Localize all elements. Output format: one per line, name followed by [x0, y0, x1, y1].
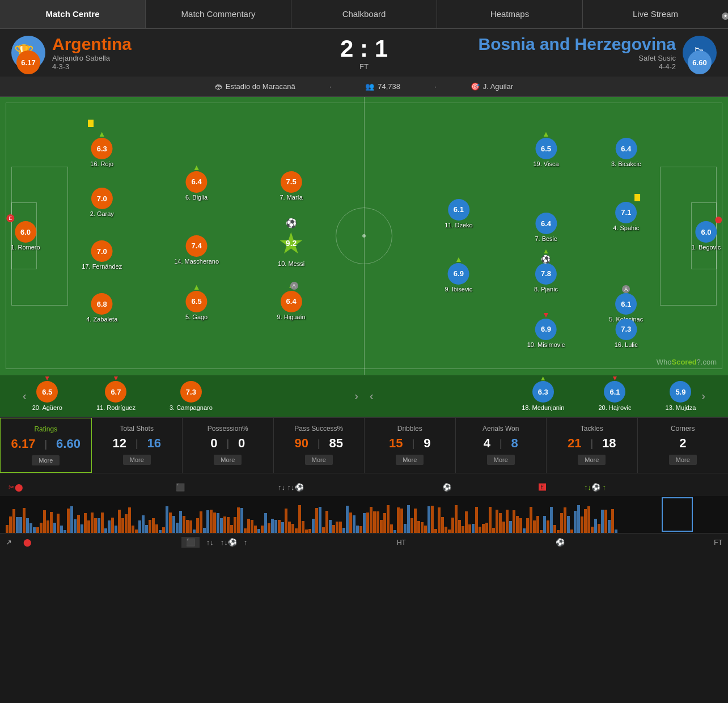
match-header: 🏆 ★★ 6.17 Argentina Alejandro Sabella 4-…	[0, 29, 728, 77]
stat-aerials-won: Aerials Won 4 | 8 More	[456, 418, 547, 473]
player-mascherano: 7.4 14. Mascherano	[174, 235, 219, 265]
poss-left: 0	[210, 436, 217, 451]
pjanic-ball: ⚽	[541, 255, 551, 264]
player-rojo: ▲ 6.3 16. Rojo	[90, 138, 113, 167]
team-left-info: Argentina Alejandro Sabella 4-3-3	[52, 35, 132, 71]
player-spahic: 7.1 4. Spahic	[613, 202, 639, 231]
dribbles-more-button[interactable]: More	[396, 455, 424, 465]
player-romero: 6.0 1. Romero E	[11, 221, 40, 251]
subs-right-team: ▲ 6.3 18. Medunjanin ▼ 6.1 20. Hajrovic …	[379, 381, 696, 411]
timeline-ht-label: HT	[397, 539, 406, 547]
tab-heatmaps[interactable]: Heatmaps	[437, 0, 583, 28]
drib-left: 15	[389, 436, 403, 451]
referee-info: 🎯 J. Aguilar	[471, 82, 513, 91]
tackles-right: 18	[602, 436, 616, 451]
icon-bottom-sub2: ↑↓⚽	[221, 538, 237, 547]
sub-hajrovic: ▼ 6.1 20. Hajrovic	[598, 381, 631, 411]
ratings-label: Ratings	[6, 425, 86, 433]
shots-more-button[interactable]: More	[123, 455, 151, 465]
center-dot	[362, 234, 366, 238]
team-right-section: Bosnia and Herzegovina Safet Susic 4-4-2…	[415, 35, 717, 71]
player-ibisevic: ▲ 6.9 9. Ibisevic	[445, 263, 472, 293]
biglia-arrow: ▲	[193, 163, 201, 172]
aerials-more-button[interactable]: More	[487, 455, 515, 465]
tab-match-centre[interactable]: Match Centre	[0, 0, 146, 28]
timeline-highlight-box	[662, 497, 693, 532]
player-lulic: 7.3 16. Lulic	[615, 319, 638, 348]
score-display: 2 : 1	[319, 35, 409, 62]
corners-left: 2	[679, 436, 686, 451]
possession-values: 0 | 0	[188, 436, 268, 451]
tab-chalkboard[interactable]: Chalkboard	[291, 0, 437, 28]
separator1: ·	[329, 82, 332, 91]
total-shots-label: Total Shots	[98, 425, 177, 433]
team-left-badge: 🏆 ★★ 6.17	[11, 36, 45, 70]
aerials-right: 8	[511, 436, 518, 451]
player-dzeko: 6.1 11. Dzeko	[445, 199, 473, 228]
timeline-bottom-icons-right: ⚽	[556, 538, 565, 547]
pass-right: 85	[329, 436, 343, 451]
ratings-left: 6.17	[11, 437, 36, 451]
icon-yellow-card-mid: ⬛	[176, 483, 185, 492]
pitch: 6.0 1. Romero E ▲ 6.3 16. Rojo 7.0 2. Ga…	[0, 97, 728, 375]
icon-bottom-sub3: ↑	[244, 538, 248, 547]
ratings-values: 6.17 | 6.60	[6, 437, 86, 451]
tab-match-commentary[interactable]: Match Commentary	[146, 0, 291, 28]
dribbles-label: Dribbles	[370, 425, 450, 433]
player-gago: ▲ 6.5 5. Gago	[185, 291, 208, 320]
icon-bottom-ball: ⚽	[556, 538, 565, 547]
timeline-section: ✂⬤ ⬛ ↑↓ ↑↓⚽ ⚽ 🅴 ↑↓⚽ ↑ ↗ ⬤ ⬛ ↑↓ ↑↓⚽ ↑ HT …	[0, 473, 728, 556]
tackles-more-button[interactable]: More	[578, 455, 606, 465]
team-right-rating-circle: 6.60	[688, 50, 712, 74]
ratings-more-button[interactable]: More	[32, 455, 60, 465]
tackles-label: Tackles	[552, 425, 632, 433]
corners-more-button[interactable]: More	[669, 455, 697, 465]
referee-name: J. Aguilar	[483, 82, 513, 91]
pass-more-button[interactable]: More	[305, 455, 333, 465]
whoscored-watermark: WhoScored?.com	[657, 358, 717, 366]
aerials-values: 4 | 8	[462, 436, 541, 451]
icon-ball-right: ⚽	[442, 483, 451, 492]
player-bicakcic: 6.4 3. Bicakcic	[611, 138, 641, 167]
tab-live-stream[interactable]: Live Stream	[583, 0, 728, 28]
icon-bottom-1: ↗	[6, 538, 12, 547]
subs-left-arrow[interactable]: ‹	[17, 389, 32, 403]
visca-arrow: ▲	[542, 129, 550, 138]
player-besic: 6.4 7. Besic	[535, 213, 557, 242]
timeline-bottom-icons-center: ⬛ ↑↓ ↑↓⚽ ↑	[181, 537, 248, 548]
team-left-coach: Alejandro Sabella	[52, 54, 132, 62]
separator2: ·	[434, 82, 437, 91]
misimovic-arrow: ▼	[542, 310, 550, 319]
icon-event-right: 🅴	[539, 483, 546, 492]
icon-bottom-sub1: ↑↓	[206, 538, 214, 547]
score-status: FT	[319, 62, 409, 71]
sub-medunjanin: ▲ 6.3 18. Medunjanin	[522, 381, 564, 411]
team-right-formation: 4-4-2	[479, 62, 676, 71]
team-right-info: Bosnia and Herzegovina Safet Susic 4-4-2	[479, 35, 676, 71]
subs-right-arrow[interactable]: ›	[696, 389, 711, 403]
higuain-sub: A	[290, 282, 298, 290]
icon-sub-center: ↑↓ ↑↓⚽	[278, 483, 304, 492]
aerials-left: 4	[484, 436, 490, 451]
attendance-count: 74,738	[378, 82, 400, 91]
kolasinac-sub: A	[622, 285, 630, 293]
player-garay: 7.0 2. Garay	[90, 188, 114, 217]
stat-total-shots: Total Shots 12 | 16 More	[92, 418, 183, 473]
stat-possession: Possession% 0 | 0 More	[183, 418, 274, 473]
referee-icon: 🎯	[471, 82, 480, 91]
player-fernandez: 7.0 17. Fernández	[82, 240, 122, 270]
player-biglia: ▲ 6.4 6. Biglia	[185, 171, 208, 201]
player-visca: ▲ 6.5 19. Visca	[533, 138, 558, 167]
corners-values: 2	[644, 436, 723, 451]
subs-center-right-arrow[interactable]: ›	[349, 389, 364, 403]
corners-label: Corners	[644, 425, 723, 433]
campagnaro-star: ★	[722, 12, 728, 20]
subs-center-left-arrow[interactable]: ‹	[364, 389, 379, 403]
dribbles-values: 15 | 9	[370, 436, 450, 451]
icon-red-card-left: ✂⬤	[9, 483, 23, 492]
player-pjanic: ⚽ ▲ 7.8 8. Pjanic	[534, 263, 558, 293]
timeline-bottom-row: ↗ ⬤ ⬛ ↑↓ ↑↓⚽ ↑ HT ⚽ FT	[0, 533, 728, 551]
possession-more-button[interactable]: More	[214, 455, 242, 465]
team-left-rating-circle: 6.17	[16, 50, 40, 74]
ibisevic-arrow: ▲	[455, 255, 463, 264]
